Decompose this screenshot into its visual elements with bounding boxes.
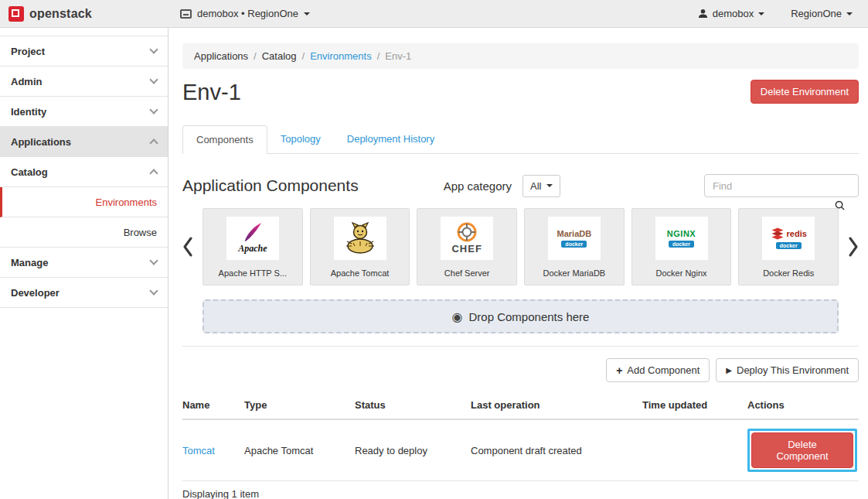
redis-logo-text: redis — [787, 229, 807, 238]
carousel-prev-icon[interactable] — [182, 237, 203, 257]
components-carousel: Apache Apache HTTP S... — [182, 208, 859, 285]
docker-badge: docker — [776, 242, 802, 249]
col-name: Name — [182, 393, 244, 419]
chevron-down-icon — [149, 105, 158, 114]
component-type: Apache Tomcat — [244, 419, 355, 481]
sidebar-item-label: Developer — [11, 287, 60, 299]
table-footer-count: Displaying 1 item — [182, 488, 859, 499]
app-category-label: App category — [444, 179, 512, 193]
sidebar-item-environments[interactable]: Environments — [0, 187, 168, 217]
docker-badge: docker — [561, 241, 587, 248]
tab-deployment-history[interactable]: Deployment History — [334, 125, 448, 153]
breadcrumb-separator: / — [377, 50, 380, 62]
chevron-down-icon — [546, 184, 553, 187]
deploy-environment-label: Deploy This Environment — [737, 364, 849, 376]
user-menu[interactable]: demobox — [698, 8, 764, 19]
play-icon: ▶ — [726, 367, 732, 374]
component-time-updated — [642, 419, 747, 481]
chevron-down-icon — [149, 256, 158, 265]
sidebar-item-identity[interactable]: Identity — [0, 97, 168, 127]
apache-http-logo: Apache — [226, 217, 279, 260]
carousel-next-icon[interactable] — [839, 237, 859, 257]
delete-component-button[interactable]: Delete Component — [751, 432, 853, 468]
card-label: Docker Nginx — [656, 268, 707, 278]
region-menu[interactable]: RegionOne — [791, 8, 853, 19]
section-divider — [182, 346, 859, 347]
sidebar-item-applications[interactable]: Applications — [0, 127, 168, 157]
sidebar-item-manage[interactable]: Manage — [0, 248, 168, 278]
chevron-down-icon — [149, 45, 158, 53]
project-region-switcher[interactable]: demobox • RegionOne — [180, 8, 310, 19]
breadcrumb-separator: / — [254, 50, 257, 62]
user-icon — [698, 9, 708, 19]
redis-logo: redis docker — [762, 217, 815, 260]
top-navbar: openstack demobox • RegionOne demobox Re… — [0, 0, 868, 28]
context-switcher-label: demobox • RegionOne — [197, 8, 298, 19]
sidebar-item-label: Manage — [11, 257, 48, 268]
user-menu-label: demobox — [713, 8, 754, 19]
deploy-environment-button[interactable]: ▶ Deploy This Environment — [716, 358, 859, 382]
sidebar-item-label: Identity — [11, 106, 46, 118]
find-wrapper — [704, 174, 859, 197]
sidebar-item-browse[interactable]: Browse — [0, 217, 168, 248]
chevron-down-icon — [304, 12, 310, 15]
delete-environment-button[interactable]: Delete Environment — [751, 80, 859, 104]
nginx-logo: NGINX docker — [655, 217, 708, 260]
environment-toolbar: + Add Component ▶ Deploy This Environmen… — [182, 358, 859, 382]
chevron-down-icon — [149, 286, 158, 295]
chevron-up-icon — [149, 169, 158, 177]
main-content: Applications / Catalog / Environments / … — [169, 28, 868, 499]
breadcrumb-separator: / — [302, 50, 305, 62]
drop-components-zone[interactable]: ◉ Drop Components here — [203, 299, 839, 333]
card-label: Apache HTTP S... — [219, 268, 287, 278]
title-row: Env-1 Delete Environment — [182, 80, 859, 105]
domain-icon — [180, 9, 192, 19]
col-status: Status — [355, 393, 471, 419]
tab-topology[interactable]: Topology — [267, 125, 334, 153]
col-last-operation: Last operation — [471, 393, 642, 419]
component-status: Ready to deploy — [355, 419, 471, 481]
add-component-button[interactable]: + Add Component — [606, 358, 710, 382]
sidebar-item-project[interactable]: Project — [0, 36, 168, 67]
category-filter-dropdown[interactable]: All — [523, 175, 560, 197]
navbar-right: demobox RegionOne — [698, 8, 868, 19]
component-name-link[interactable]: Tomcat — [182, 445, 215, 456]
component-last-operation: Component draft created — [471, 419, 642, 481]
component-card-docker-nginx[interactable]: NGINX docker Docker Nginx — [631, 208, 732, 285]
sidebar-item-catalog[interactable]: Catalog — [0, 157, 168, 187]
page-title: Env-1 — [182, 80, 241, 105]
tab-components[interactable]: Components — [182, 125, 267, 154]
component-card-apache-http[interactable]: Apache Apache HTTP S... — [203, 208, 303, 285]
breadcrumb-item-current: Env-1 — [385, 50, 411, 62]
action-target-highlight: Delete Component — [747, 429, 857, 472]
component-card-docker-mariadb[interactable]: MariaDB docker Docker MariaDB — [524, 208, 625, 285]
chef-logo: CHEF — [441, 217, 493, 260]
component-cards: Apache Apache HTTP S... — [203, 208, 839, 285]
chevron-down-icon — [846, 12, 853, 15]
sidebar-item-label: Environments — [96, 197, 157, 208]
sidebar-item-admin[interactable]: Admin — [0, 67, 168, 97]
docker-badge: docker — [669, 241, 694, 248]
tabs: Components Topology Deployment History — [182, 125, 859, 154]
col-type: Type — [244, 393, 355, 419]
openstack-logo-icon — [9, 6, 24, 22]
component-card-apache-tomcat[interactable]: Apache Tomcat — [310, 208, 410, 285]
chevron-up-icon — [149, 138, 158, 147]
nginx-logo-text: NGINX — [667, 229, 696, 238]
sidebar-item-developer[interactable]: Developer — [0, 278, 168, 308]
breadcrumb-item-environments[interactable]: Environments — [310, 50, 371, 62]
openstack-brand[interactable]: openstack — [0, 6, 160, 22]
breadcrumb-item-applications: Applications — [194, 50, 248, 62]
card-label: Docker Redis — [763, 268, 814, 278]
card-label: Apache Tomcat — [331, 268, 390, 278]
components-table: Name Type Status Last operation Time upd… — [182, 393, 859, 481]
search-icon[interactable] — [835, 200, 845, 214]
sidebar-item-label: Browse — [124, 227, 157, 238]
tomcat-logo — [334, 217, 386, 260]
sidebar: Project Admin Identity Applications Cata… — [0, 28, 168, 499]
component-card-docker-redis[interactable]: redis docker Docker Redis — [738, 208, 839, 285]
chevron-down-icon — [149, 75, 158, 84]
find-input[interactable] — [704, 174, 859, 197]
component-card-chef-server[interactable]: CHEF Chef Server — [417, 208, 517, 285]
mariadb-logo: MariaDB docker — [548, 217, 601, 260]
